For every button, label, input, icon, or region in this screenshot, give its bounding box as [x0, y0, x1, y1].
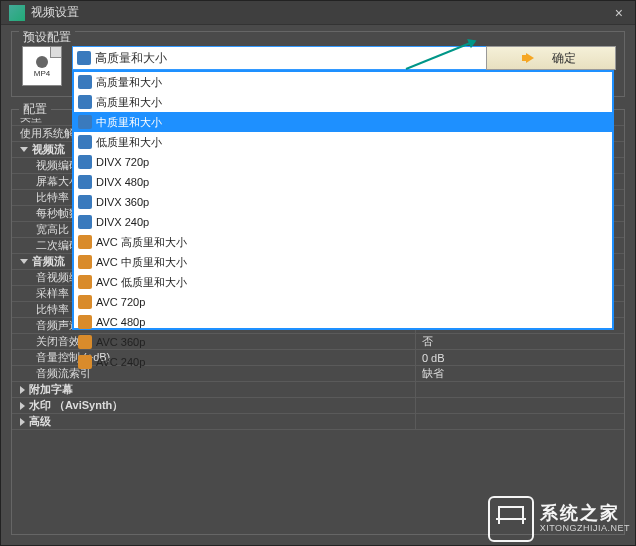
preset-option-label: AVC 中质里和大小	[96, 255, 187, 270]
expand-right-icon	[20, 402, 25, 410]
video-settings-window: 视频设置 × 预设配置 MP4 高质量和大小 ▾ 高质量和大小高质里和大小中质里…	[0, 0, 636, 546]
preset-option[interactable]: AVC 240p	[74, 352, 612, 372]
arrow-right-icon	[526, 53, 534, 63]
preset-option[interactable]: DIVX 240p	[74, 212, 612, 232]
ok-button-label: 确定	[552, 50, 576, 67]
preset-option-icon	[78, 355, 92, 369]
preset-option[interactable]: AVC 480p	[74, 312, 612, 332]
preset-option-icon	[78, 215, 92, 229]
property-section[interactable]: 附加字幕	[12, 382, 624, 398]
preset-option-label: AVC 高质里和大小	[96, 235, 187, 250]
preset-option[interactable]: AVC 高质里和大小	[74, 232, 612, 252]
preset-option-icon	[78, 135, 92, 149]
window-title: 视频设置	[31, 4, 79, 21]
property-key: 水印 （AviSynth）	[12, 398, 416, 413]
watermark: 系统之家 XITONGZHIJIA.NET	[488, 496, 630, 542]
preset-option-icon	[78, 295, 92, 309]
preset-option[interactable]: DIVX 360p	[74, 192, 612, 212]
preset-option[interactable]: AVC 中质里和大小	[74, 252, 612, 272]
ok-button[interactable]: 确定	[486, 46, 616, 70]
preset-box: MP4 高质量和大小 ▾ 高质量和大小高质里和大小中质里和大小低质里和大小DIV…	[11, 31, 625, 97]
expand-right-icon	[20, 418, 25, 426]
preset-option-icon	[78, 155, 92, 169]
property-value	[416, 382, 624, 397]
preset-option-label: DIVX 720p	[96, 156, 149, 168]
property-key: 高级	[12, 414, 416, 429]
property-value	[416, 398, 624, 413]
preset-option-label: AVC 低质里和大小	[96, 275, 187, 290]
preset-option[interactable]: 中质里和大小	[74, 112, 612, 132]
preset-option-label: AVC 480p	[96, 316, 145, 328]
property-section[interactable]: 水印 （AviSynth）	[12, 398, 624, 414]
preset-option[interactable]: 高质量和大小	[74, 72, 612, 92]
preset-option-icon	[78, 275, 92, 289]
preset-option[interactable]: 低质里和大小	[74, 132, 612, 152]
preset-option-icon	[78, 235, 92, 249]
titlebar: 视频设置 ×	[1, 1, 635, 25]
app-icon	[9, 5, 25, 21]
mp4-file-icon: MP4	[22, 46, 62, 86]
preset-option-label: AVC 360p	[96, 336, 145, 348]
preset-group: 预设配置 MP4 高质量和大小 ▾ 高质量和大小高质里和大小中质里和大小低质里和…	[11, 31, 625, 97]
property-value	[416, 414, 624, 429]
preset-option-icon	[78, 195, 92, 209]
watermark-url: XITONGZHIJIA.NET	[540, 524, 630, 534]
watermark-title: 系统之家	[540, 504, 630, 524]
property-section[interactable]: 高级	[12, 414, 624, 430]
expand-down-icon	[20, 147, 28, 152]
preset-option-icon	[78, 95, 92, 109]
preset-dropdown[interactable]: 高质量和大小高质里和大小中质里和大小低质里和大小DIVX 720pDIVX 48…	[72, 70, 614, 330]
preset-option-label: 低质里和大小	[96, 135, 162, 150]
preset-option-label: AVC 240p	[96, 356, 145, 368]
preset-option[interactable]: AVC 低质里和大小	[74, 272, 612, 292]
preset-option-label: 高质里和大小	[96, 95, 162, 110]
preset-option-label: AVC 720p	[96, 296, 145, 308]
preset-group-label: 预设配置	[19, 29, 75, 46]
preset-option-icon	[78, 75, 92, 89]
preset-option[interactable]: AVC 360p	[74, 332, 612, 352]
config-group-label: 配置	[19, 101, 51, 118]
expand-down-icon	[20, 259, 28, 264]
preset-option-label: DIVX 360p	[96, 196, 149, 208]
preset-option-icon	[78, 175, 92, 189]
preset-option[interactable]: AVC 720p	[74, 292, 612, 312]
preset-option-label: 高质量和大小	[96, 75, 162, 90]
preset-option-label: DIVX 480p	[96, 176, 149, 188]
preset-option-icon	[78, 335, 92, 349]
watermark-logo-icon	[488, 496, 534, 542]
close-icon[interactable]: ×	[611, 5, 627, 21]
preset-option-icon	[78, 315, 92, 329]
expand-right-icon	[20, 386, 25, 394]
preset-option-label: 中质里和大小	[96, 115, 162, 130]
preset-option[interactable]: DIVX 720p	[74, 152, 612, 172]
preset-item-icon	[77, 51, 91, 65]
preset-option[interactable]: 高质里和大小	[74, 92, 612, 112]
preset-option[interactable]: DIVX 480p	[74, 172, 612, 192]
preset-option-label: DIVX 240p	[96, 216, 149, 228]
property-key: 附加字幕	[12, 382, 416, 397]
preset-option-icon	[78, 255, 92, 269]
preset-option-icon	[78, 115, 92, 129]
